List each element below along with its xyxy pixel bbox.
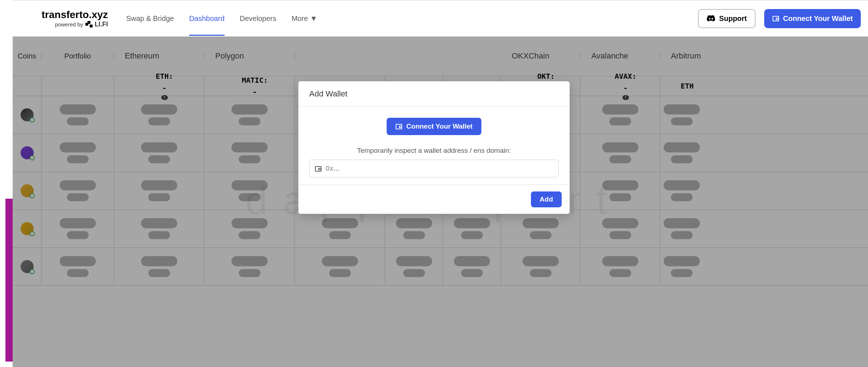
wallet-icon	[395, 123, 403, 130]
support-button[interactable]: Support	[698, 9, 756, 28]
logo[interactable]: transferto.xyz powered by LI.FI	[42, 9, 108, 28]
svg-rect-1	[776, 18, 779, 20]
chevron-down-icon: ▼	[310, 14, 318, 23]
lifi-logo: LI.FI	[85, 21, 108, 28]
svg-rect-3	[399, 126, 402, 128]
add-wallet-modal: Add Wallet Connect Your Wallet Temporari…	[298, 81, 570, 214]
wallet-address-input-wrap[interactable]	[309, 160, 559, 177]
wallet-address-input[interactable]	[326, 164, 553, 173]
logo-title: transferto.xyz	[42, 9, 108, 21]
header-actions: Support Connect Your Wallet	[698, 9, 861, 28]
modal-connect-wallet-button[interactable]: Connect Your Wallet	[387, 118, 481, 135]
logo-subtitle: powered by LI.FI	[42, 21, 108, 28]
nav-dashboard[interactable]: Dashboard	[189, 1, 225, 36]
svg-rect-5	[319, 168, 321, 170]
add-button[interactable]: Add	[531, 191, 562, 207]
connect-wallet-button[interactable]: Connect Your Wallet	[764, 9, 861, 28]
discord-icon	[707, 15, 715, 22]
modal-body: Connect Your Wallet Temporarily inspect …	[298, 107, 570, 185]
wallet-icon	[772, 15, 779, 22]
main-nav: Swap & Bridge Dashboard Developers More …	[126, 1, 698, 36]
modal-footer: Add	[298, 185, 570, 214]
header: transferto.xyz powered by LI.FI Swap & B…	[13, 0, 868, 36]
nav-developers[interactable]: Developers	[240, 1, 276, 36]
wallet-icon	[315, 165, 322, 172]
nav-swap-bridge[interactable]: Swap & Bridge	[126, 1, 174, 36]
modal-note: Temporarily inspect a wallet address / e…	[357, 147, 511, 155]
modal-title: Add Wallet	[298, 81, 570, 107]
nav-more[interactable]: More ▼	[292, 1, 317, 36]
